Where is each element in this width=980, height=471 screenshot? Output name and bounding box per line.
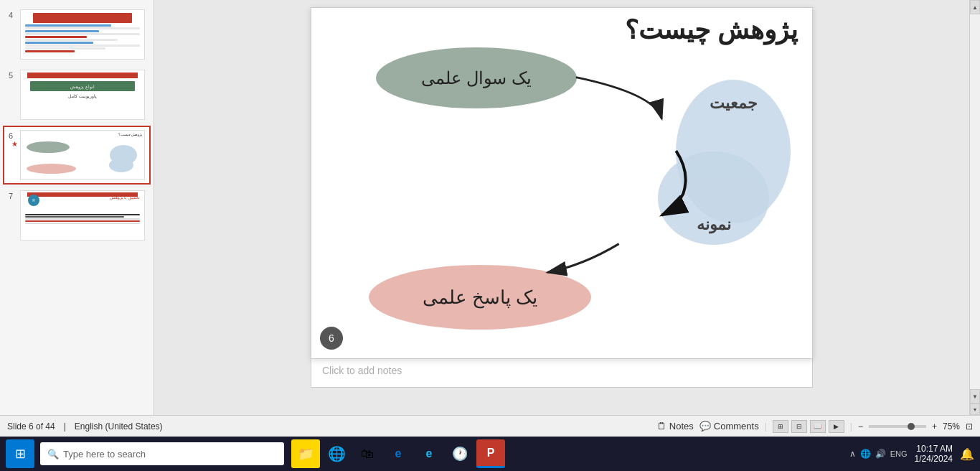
right-scrollbar: ▲ ▼ ▼ (969, 0, 980, 415)
slide-thumb-7: R تحقیق با پژوهش (20, 190, 145, 241)
thumb-ellipse-s (109, 158, 133, 172)
slide-number-7: 7 (9, 190, 20, 200)
slide-item-5[interactable]: 5 انواع پژوهش پاورپوینت کامل (3, 65, 151, 124)
clock-date: 1/24/2024 (915, 454, 953, 464)
slide-badge: 6 (320, 327, 343, 350)
search-icon: 🔍 (47, 449, 59, 460)
zoom-level: 75% (943, 421, 960, 432)
ie-icon: e (426, 447, 433, 460)
taskbar-system-tray: ∧ 🌐 🔊 ENG (849, 449, 908, 459)
taskbar-search-box[interactable]: 🔍 Type here to search (40, 442, 284, 465)
normal-view-btn[interactable]: ⊞ (773, 420, 788, 433)
scroll-end-btn[interactable]: ▼ (970, 404, 980, 415)
notes-icon: 🗒 (657, 421, 666, 432)
fit-page-btn[interactable]: ⊡ (966, 421, 973, 432)
slide-edit-area: پژوهش چیست؟ یک سوال علمی جمعیت نمونه یک … (154, 0, 969, 415)
taskbar-icon-edge[interactable]: e (384, 439, 413, 468)
volume-icon: 🔊 (875, 449, 886, 459)
main-area: 4 (0, 0, 980, 415)
reading-view-btn[interactable]: 📖 (810, 420, 826, 433)
network-icon: 🌐 (860, 449, 871, 459)
scroll-track (970, 14, 980, 389)
taskbar-right: ∧ 🌐 🔊 ENG 10:17 AM 1/24/2024 🔔 (849, 444, 974, 464)
status-right: 🗒 Notes 💬 Comments | ⊞ ⊟ 📖 ▶ | − + 75% ⊡ (657, 420, 973, 433)
taskbar-icon-powerpoint[interactable]: P (476, 439, 505, 468)
comments-button[interactable]: 💬 Comments (699, 421, 759, 432)
zoom-minus[interactable]: − (858, 421, 863, 432)
slide-thumb-6: پژوهش چیست؟ (20, 130, 145, 180)
zoom-plus[interactable]: + (932, 421, 937, 432)
app-container: 4 (0, 0, 980, 471)
scroll-down-btn[interactable]: ▼ (970, 389, 980, 404)
taskbar-icon-clock[interactable]: 🕐 (446, 439, 474, 468)
slide-item-6[interactable]: 6 ★ پژوهش چیست؟ (3, 126, 151, 185)
slideshow-btn[interactable]: ▶ (829, 420, 844, 433)
taskbar-icon-store[interactable]: 🛍 (353, 439, 382, 468)
status-divider-2: | (765, 421, 767, 432)
store-icon: 🛍 (361, 447, 374, 462)
slide-canvas[interactable]: پژوهش چیست؟ یک سوال علمی جمعیت نمونه یک … (311, 7, 813, 359)
tray-arrow[interactable]: ∧ (849, 449, 856, 459)
start-button[interactable]: ⊞ (6, 439, 34, 468)
slide-title: پژوهش چیست؟ (625, 15, 798, 45)
sample-ellipse: نمونه (658, 151, 769, 245)
start-icon: ⊞ (15, 446, 26, 462)
status-bar: Slide 6 of 44 | English (United States) … (0, 415, 980, 437)
thumb-ellipse-a (27, 164, 76, 174)
view-buttons: ⊞ ⊟ 📖 ▶ (773, 420, 844, 433)
slide-number-6: 6 (9, 130, 20, 140)
slide-thumb-4 (20, 9, 145, 60)
answer-text: یک پاسخ علمی (423, 286, 537, 309)
powerpoint-icon: P (487, 447, 495, 460)
slide-sorter-btn[interactable]: ⊟ (791, 420, 807, 433)
notes-area[interactable]: Click to add notes (311, 359, 813, 388)
notes-placeholder: Click to add notes (322, 365, 402, 376)
slide-info: Slide 6 of 44 (7, 421, 55, 432)
status-divider-3: | (850, 421, 852, 432)
notes-button[interactable]: 🗒 Notes (657, 421, 694, 432)
population-text: جمعیت (710, 94, 758, 113)
slide-item-4[interactable]: 4 (3, 5, 151, 64)
slide-star-6: ★ (11, 140, 18, 148)
notification-button[interactable]: 🔔 (960, 447, 974, 461)
taskbar-icon-file-explorer[interactable]: 📁 (291, 439, 320, 468)
clock-time: 10:17 AM (915, 444, 953, 454)
search-placeholder: Type here to search (63, 449, 146, 460)
scroll-up-btn[interactable]: ▲ (970, 0, 980, 14)
edge-icon: e (395, 447, 402, 460)
slide-thumb-5: انواع پژوهش پاورپوینت کامل (20, 70, 145, 120)
sample-text: نمونه (697, 215, 731, 234)
comments-label: Comments (714, 421, 759, 432)
zoom-thumb (908, 423, 915, 430)
taskbar-time-display[interactable]: 10:17 AM 1/24/2024 (915, 444, 953, 464)
thumb-ellipse-q (27, 141, 70, 153)
thumb-title: پژوهش چیست؟ (21, 131, 144, 136)
taskbar-app-icons: 📁 🌐 🛍 e e 🕐 P (291, 439, 505, 468)
status-left: Slide 6 of 44 | English (United States) (7, 421, 163, 432)
answer-ellipse: یک پاسخ علمی (369, 265, 591, 330)
lang-label: ENG (890, 449, 908, 458)
question-text: یک سوال علمی (421, 68, 531, 88)
file-explorer-icon: 📁 (298, 446, 314, 462)
question-ellipse: یک سوال علمی (376, 47, 577, 108)
chrome-icon: 🌐 (328, 445, 346, 462)
taskbar: ⊞ 🔍 Type here to search 📁 🌐 🛍 e e 🕐 (0, 437, 980, 471)
slide-number-4: 4 (9, 9, 20, 19)
clock-icon: 🕐 (452, 446, 468, 462)
language-label: English (United States) (75, 421, 163, 432)
notes-label: Notes (669, 421, 694, 432)
slide-number-5: 5 (9, 70, 20, 80)
slide-item-7[interactable]: 7 R تحقیق با پژوهش (3, 186, 151, 245)
taskbar-icon-chrome[interactable]: 🌐 (322, 439, 351, 468)
status-divider-1: | (64, 421, 66, 432)
slide-panel: 4 (0, 0, 154, 415)
zoom-slider[interactable] (869, 425, 926, 428)
taskbar-icon-ie[interactable]: e (415, 439, 443, 468)
comments-icon: 💬 (699, 421, 711, 432)
